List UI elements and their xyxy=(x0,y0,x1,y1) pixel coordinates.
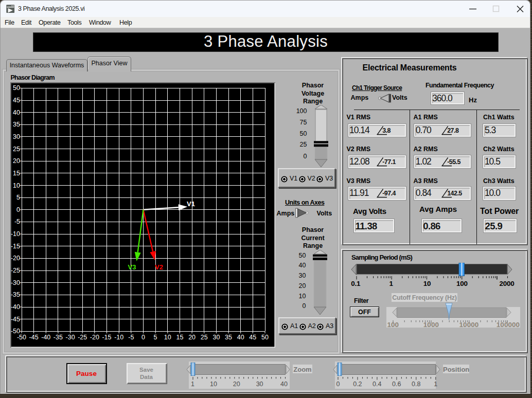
svg-text:-30: -30 xyxy=(66,334,75,341)
svg-text:10: 10 xyxy=(164,334,171,341)
svg-text:45: 45 xyxy=(249,334,256,341)
svg-text:5: 5 xyxy=(154,334,157,341)
svg-text:-25: -25 xyxy=(11,267,20,274)
svg-text:30: 30 xyxy=(13,133,20,140)
svg-text:15: 15 xyxy=(13,170,20,177)
svg-text:-40: -40 xyxy=(11,303,20,311)
svg-text:-45: -45 xyxy=(29,334,39,341)
svg-text:40: 40 xyxy=(13,109,20,116)
svg-text:0: 0 xyxy=(141,334,145,341)
svg-text:-45: -45 xyxy=(11,316,20,323)
svg-text:45: 45 xyxy=(13,97,20,104)
svg-text:5: 5 xyxy=(16,194,20,201)
svg-text:3.8: 3.8 xyxy=(382,127,391,134)
svg-text:0: 0 xyxy=(16,206,20,213)
svg-text:-20: -20 xyxy=(11,255,20,262)
svg-text:-77.1: -77.1 xyxy=(382,158,396,166)
svg-text:-15: -15 xyxy=(11,243,20,250)
svg-text:-40: -40 xyxy=(41,334,50,341)
svg-text:-35: -35 xyxy=(54,334,63,341)
svg-text:-55.5: -55.5 xyxy=(447,158,460,166)
svg-text:40: 40 xyxy=(237,334,244,341)
svg-text:50: 50 xyxy=(13,84,20,92)
svg-text:-5: -5 xyxy=(14,218,20,225)
svg-text:-97.4: -97.4 xyxy=(382,190,396,197)
svg-text:-50: -50 xyxy=(17,334,26,341)
svg-text:35: 35 xyxy=(225,334,232,341)
svg-text:25: 25 xyxy=(13,146,20,153)
svg-text:V2: V2 xyxy=(155,263,163,271)
svg-text:10: 10 xyxy=(13,182,20,189)
svg-text:142.5: 142.5 xyxy=(447,190,462,197)
svg-text:-5: -5 xyxy=(128,334,134,341)
svg-text:V3: V3 xyxy=(128,263,136,271)
svg-text:-35: -35 xyxy=(11,291,20,298)
svg-text:-15: -15 xyxy=(102,334,111,341)
svg-text:27.8: 27.8 xyxy=(447,127,459,134)
svg-text:-10: -10 xyxy=(114,334,123,341)
svg-text:15: 15 xyxy=(176,334,183,341)
svg-text:20: 20 xyxy=(13,157,20,165)
svg-text:50: 50 xyxy=(261,334,269,341)
svg-text:-20: -20 xyxy=(90,334,99,341)
svg-text:30: 30 xyxy=(212,334,220,341)
svg-text:-10: -10 xyxy=(11,230,20,238)
svg-text:20: 20 xyxy=(188,334,196,341)
svg-text:35: 35 xyxy=(13,121,20,128)
svg-text:V1: V1 xyxy=(187,200,195,208)
svg-text:-30: -30 xyxy=(11,279,20,286)
svg-text:25: 25 xyxy=(201,334,208,341)
svg-text:-25: -25 xyxy=(78,334,87,341)
